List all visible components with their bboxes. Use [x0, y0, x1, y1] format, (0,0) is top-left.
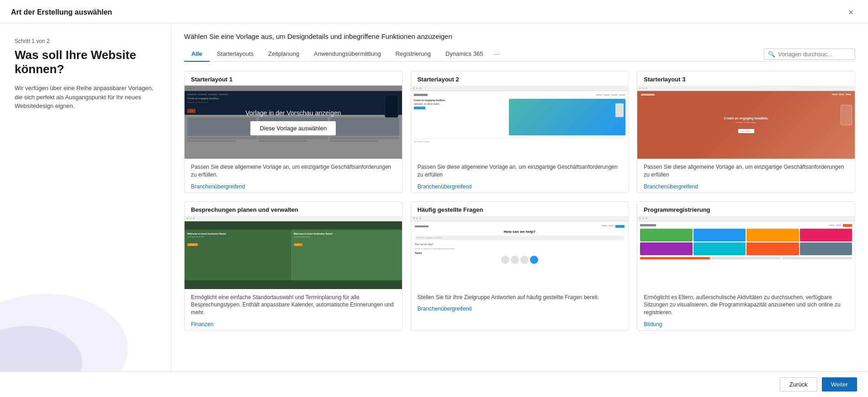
card-4-title: Besprechungen planen und verwalten [185, 202, 402, 216]
card-2-tag[interactable]: Branchenübergreifend [418, 183, 622, 190]
card-starterlayout-3[interactable]: Starterlayout 3 [637, 71, 855, 193]
tab-zeitplanung[interactable]: Zeitplanung [261, 47, 307, 62]
right-panel: Wählen Sie eine Vorlage aus, um Designde… [171, 23, 868, 371]
card-program-registration[interactable]: Programmregistrierung [637, 201, 855, 331]
card-starterlayout-2[interactable]: Starterlayout 2 [411, 71, 629, 193]
card-6-tag[interactable]: Bildung [644, 321, 848, 327]
right-subtitle: Wählen Sie eine Vorlage aus, um Designde… [184, 32, 855, 40]
card-6-title: Programmregistrierung [637, 202, 855, 216]
card-4-image: Welcome to Insert Institution Name! Lore… [185, 216, 402, 289]
card-starterlayout-1[interactable]: Starterlayout 1 [184, 71, 402, 193]
tabs-search-row: Alle Starterlayouts Zeitplanung Anwendun… [184, 47, 855, 62]
card-meetings[interactable]: Besprechungen planen und verwalten [184, 201, 402, 331]
dialog-title: Art der Erstellung auswählen [11, 8, 112, 16]
card-4-tag[interactable]: Finanzen [191, 321, 396, 327]
card-3-image: Create an engaging headline, welcome, or… [637, 86, 855, 159]
tab-starterlayouts[interactable]: Starterlayouts [210, 47, 261, 62]
cards-grid: Starterlayout 1 [184, 71, 855, 331]
card-1-hover-overlay: Vorlage in der Vorschau anzeigen Diese V… [185, 86, 402, 159]
card-6-image [637, 216, 855, 289]
card-1-description: Passen Sie diese allgemeine Vorlage an, … [191, 163, 396, 179]
right-header: Wählen Sie eine Vorlage aus, um Designde… [171, 23, 868, 62]
card-faq[interactable]: Häufig gestellte Fragen [411, 201, 629, 331]
card-2-title: Starterlayout 2 [411, 71, 629, 86]
decorative-blob [0, 257, 137, 371]
card-5-title: Häufig gestellte Fragen [411, 202, 629, 216]
search-icon: 🔍 [768, 51, 775, 58]
left-panel-title: Was soll Ihre Website können? [15, 48, 156, 76]
tab-dynamics365[interactable]: Dynamics 365 [438, 47, 490, 62]
search-input[interactable] [778, 51, 851, 58]
search-box[interactable]: 🔍 [764, 48, 855, 60]
card-5-tag[interactable]: Branchenübergreifend [418, 306, 622, 312]
card-3-description: Passen Sie diese allgemeine Vorlage an, … [644, 163, 848, 179]
left-panel: Schritt 1 von 2 Was soll Ihre Website kö… [0, 23, 171, 371]
card-1-select-button[interactable]: Diese Vorlage auswählen [250, 121, 336, 135]
card-1-image: Create an engaging headline, welcome, or… [185, 86, 402, 159]
close-button[interactable]: × [845, 6, 857, 18]
tab-registrierung[interactable]: Registrierung [388, 47, 438, 62]
card-1-preview-label: Vorlage in der Vorschau anzeigen [245, 109, 341, 117]
card-3-tag[interactable]: Branchenübergreifend [644, 183, 848, 190]
card-5-image: How can we help? Search for questions or… [411, 216, 629, 289]
card-3-title: Starterlayout 3 [637, 71, 855, 86]
tabs: Alle Starterlayouts Zeitplanung Anwendun… [184, 47, 503, 61]
card-4-description: Ermöglicht eine einfache Standortauswahl… [191, 294, 396, 317]
card-6-description: Ermöglicht es Eltern, außerschulische Ak… [644, 294, 848, 317]
dialog-footer: Zurück Weiter [0, 371, 868, 397]
grid-area: Starterlayout 1 [171, 62, 868, 371]
dialog: Art der Erstellung auswählen × Schritt 1… [0, 0, 868, 397]
left-panel-description: Wir verfügen über eine Reihe anpassbarer… [15, 84, 156, 111]
card-1-tag[interactable]: Branchenübergreifend [191, 183, 396, 190]
card-5-description: Stellen Sie für Ihre Zielgruppe Antworte… [418, 294, 622, 301]
tab-anwendungsuebermittlung[interactable]: Anwendungsübermittlung [307, 47, 388, 62]
tab-alle[interactable]: Alle [184, 47, 210, 62]
tab-more[interactable]: ··· [490, 47, 503, 62]
card-2-image: Create an engaging headline, welcome, or… [411, 86, 629, 159]
step-label: Schritt 1 von 2 [15, 38, 156, 44]
card-1-title: Starterlayout 1 [185, 71, 402, 86]
back-button[interactable]: Zurück [780, 377, 817, 392]
card-2-description: Passen Sie diese allgemeine Vorlage an, … [418, 163, 622, 179]
next-button[interactable]: Weiter [822, 377, 857, 392]
dialog-header: Art der Erstellung auswählen × [0, 0, 868, 23]
dialog-body: Schritt 1 von 2 Was soll Ihre Website kö… [0, 23, 868, 371]
